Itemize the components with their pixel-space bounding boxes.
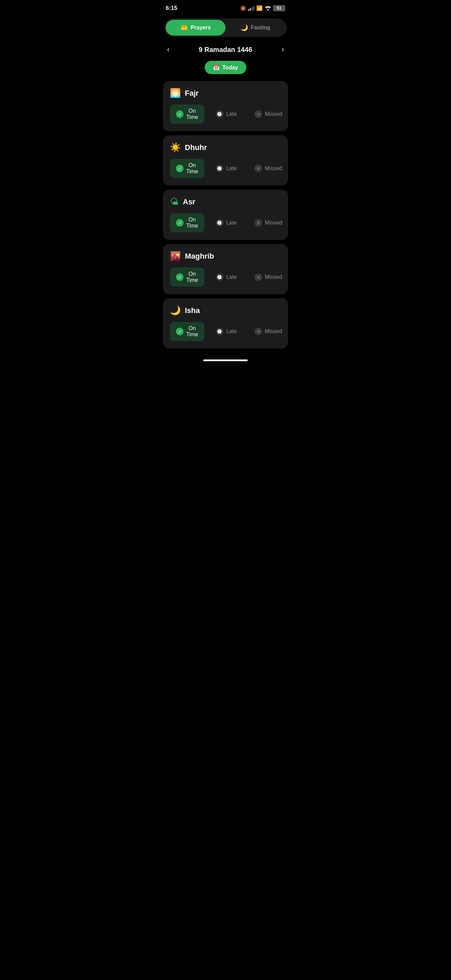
navigation-row: ‹ 9 Ramadan 1446 › [159, 37, 292, 57]
tab-prayers-label: Prayers [191, 25, 211, 31]
option-label-maghrib-1: Late [226, 274, 237, 280]
status-bar: 6:15 🔕 📶 51 [159, 0, 292, 14]
clock-icon: 🕐 [216, 274, 224, 281]
prayer-name-isha: Isha [185, 306, 200, 315]
wifi-icon [265, 6, 271, 11]
prayer-icon-asr: 🌤 [170, 196, 179, 207]
clock-icon: 🕐 [216, 165, 224, 172]
prev-button[interactable]: ‹ [167, 45, 170, 54]
prayer-icon-dhuhr: ☀️ [170, 142, 181, 153]
x-icon: ✕ [254, 110, 262, 118]
prayer-card-maghrib: 🌇Maghrib✓On Time🕐Late✕Missed [163, 244, 288, 294]
signal-icon [248, 6, 254, 11]
option-label-isha-1: Late [226, 328, 237, 334]
svg-point-0 [267, 9, 268, 11]
option-label-isha-2: Missed [265, 328, 282, 334]
prayer-header-dhuhr: ☀️Dhuhr [170, 142, 281, 153]
prayer-icon-fajr: 🌅 [170, 88, 181, 99]
prayer-options-dhuhr: ✓On Time🕐Late✕Missed [170, 159, 281, 178]
check-icon: ✓ [176, 219, 183, 226]
home-indicator [159, 355, 292, 364]
prayer-header-maghrib: 🌇Maghrib [170, 251, 281, 261]
current-date: 9 Ramadan 1446 [199, 46, 252, 54]
option-label-fajr-2: Missed [265, 111, 282, 117]
prayer-option-fajr-missed[interactable]: ✕Missed [248, 107, 288, 121]
prayer-name-dhuhr: Dhuhr [185, 143, 207, 152]
option-label-maghrib-0: On Time [186, 271, 198, 283]
next-button[interactable]: › [281, 45, 284, 54]
prayer-option-maghrib-missed[interactable]: ✕Missed [248, 270, 288, 284]
option-label-asr-1: Late [226, 220, 237, 226]
tab-prayers[interactable]: 🤲 Prayers [166, 20, 226, 35]
prayer-option-isha-late[interactable]: 🕐Late [210, 324, 243, 339]
option-label-dhuhr-2: Missed [265, 165, 282, 172]
prayer-option-isha-missed[interactable]: ✕Missed [248, 324, 288, 339]
option-label-asr-0: On Time [186, 216, 198, 229]
prayer-option-asr-missed[interactable]: ✕Missed [248, 216, 288, 230]
x-icon: ✕ [254, 328, 262, 335]
option-label-isha-0: On Time [186, 325, 198, 337]
check-icon: ✓ [176, 328, 183, 335]
fasting-icon: 🌙 [241, 24, 248, 32]
today-label: Today [222, 65, 238, 71]
home-bar [203, 360, 248, 361]
bell-icon: 🔕 [240, 5, 246, 11]
prayer-icon-maghrib: 🌇 [170, 251, 181, 261]
today-row: 📅 Today [159, 57, 292, 81]
prayer-header-isha: 🌙Isha [170, 305, 281, 316]
option-label-dhuhr-0: On Time [186, 162, 198, 175]
prayer-option-isha-on-time[interactable]: ✓On Time [170, 322, 204, 341]
prayer-options-isha: ✓On Time🕐Late✕Missed [170, 322, 281, 341]
wifi-icon: 📶 [256, 5, 263, 11]
prayer-card-fajr: 🌅Fajr✓On Time🕐Late✕Missed [163, 81, 288, 131]
prayer-name-asr: Asr [183, 197, 195, 207]
prayer-option-dhuhr-on-time[interactable]: ✓On Time [170, 159, 204, 178]
prayer-header-fajr: 🌅Fajr [170, 88, 281, 99]
x-icon: ✕ [254, 274, 262, 281]
tab-switcher: 🤲 Prayers 🌙 Fasting [164, 19, 287, 37]
option-label-fajr-1: Late [226, 111, 237, 117]
prayer-card-dhuhr: ☀️Dhuhr✓On Time🕐Late✕Missed [163, 135, 288, 186]
check-icon: ✓ [176, 274, 183, 281]
x-icon: ✕ [254, 219, 262, 226]
prayers-icon: 🤲 [180, 24, 188, 32]
prayer-option-maghrib-on-time[interactable]: ✓On Time [170, 267, 204, 287]
prayer-name-fajr: Fajr [185, 89, 199, 98]
option-label-asr-2: Missed [265, 220, 282, 226]
prayer-option-fajr-late[interactable]: 🕐Late [210, 107, 243, 121]
prayer-option-fajr-on-time[interactable]: ✓On Time [170, 105, 204, 124]
prayers-list: 🌅Fajr✓On Time🕐Late✕Missed☀️Dhuhr✓On Time… [159, 81, 292, 355]
clock-icon: 🕐 [216, 219, 224, 226]
prayer-option-dhuhr-missed[interactable]: ✕Missed [248, 161, 288, 176]
option-label-fajr-0: On Time [186, 108, 198, 120]
clock-icon: 🕐 [216, 328, 224, 335]
prayer-card-asr: 🌤Asr✓On Time🕐Late✕Missed [163, 189, 288, 240]
status-time: 6:15 [166, 5, 177, 12]
prayer-option-maghrib-late[interactable]: 🕐Late [210, 270, 243, 284]
prayer-options-maghrib: ✓On Time🕐Late✕Missed [170, 267, 281, 287]
prayer-card-isha: 🌙Isha✓On Time🕐Late✕Missed [163, 298, 288, 348]
tab-fasting-label: Fasting [251, 25, 270, 31]
x-icon: ✕ [254, 165, 262, 172]
today-button[interactable]: 📅 Today [205, 61, 246, 74]
check-icon: ✓ [176, 165, 183, 172]
check-icon: ✓ [176, 110, 183, 118]
option-label-maghrib-2: Missed [265, 274, 282, 280]
prayer-option-asr-on-time[interactable]: ✓On Time [170, 213, 204, 232]
today-icon: 📅 [213, 64, 220, 71]
prayer-name-maghrib: Maghrib [185, 252, 214, 261]
clock-icon: 🕐 [216, 110, 224, 118]
tab-fasting[interactable]: 🌙 Fasting [226, 20, 285, 35]
prayer-options-fajr: ✓On Time🕐Late✕Missed [170, 105, 281, 124]
status-icons: 🔕 📶 51 [240, 5, 285, 11]
prayer-options-asr: ✓On Time🕐Late✕Missed [170, 213, 281, 232]
prayer-option-asr-late[interactable]: 🕐Late [210, 216, 243, 230]
option-label-dhuhr-1: Late [226, 165, 237, 172]
battery-icon: 51 [273, 5, 285, 11]
prayer-header-asr: 🌤Asr [170, 196, 281, 207]
prayer-option-dhuhr-late[interactable]: 🕐Late [210, 161, 243, 176]
prayer-icon-isha: 🌙 [170, 305, 181, 316]
